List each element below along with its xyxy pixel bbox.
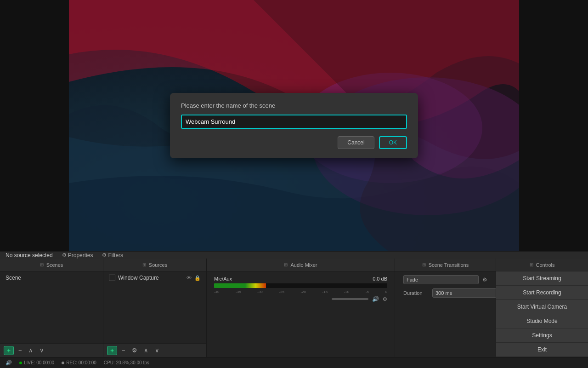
cancel-button[interactable]: Cancel bbox=[338, 136, 374, 149]
add-scene-button[interactable]: + bbox=[4, 346, 14, 355]
rec-label: REC: 00:00:00 bbox=[66, 360, 96, 365]
speaker-icon: 🔊 bbox=[6, 360, 12, 366]
audio-settings-icon[interactable]: ⚙ bbox=[383, 296, 387, 302]
sources-panel: ⊞ Sources Window Capture 👁 🔒 + − ⚙ ∧ bbox=[103, 259, 207, 357]
scenes-header: ⊞ Scenes bbox=[0, 259, 103, 271]
controls-header: ⊞ Controls bbox=[496, 259, 588, 271]
add-source-button[interactable]: + bbox=[107, 346, 117, 355]
cpu-status: CPU: 20.8%,30.00 fps bbox=[104, 360, 149, 365]
speaker-status: 🔊 bbox=[6, 360, 12, 366]
transition-select[interactable]: Fade bbox=[403, 275, 479, 284]
list-item[interactable]: Scene bbox=[4, 273, 99, 282]
bottom-panel: No source selected ⚙ Properties ⚙ Filter… bbox=[0, 251, 588, 357]
modal-overlay: Please enter the name of the scene Cance… bbox=[69, 0, 519, 251]
start-recording-button[interactable]: Start Recording bbox=[496, 286, 588, 300]
mute-icon[interactable]: 🔊 bbox=[372, 296, 379, 302]
eye-icon[interactable]: 👁 bbox=[187, 275, 192, 281]
preview-canvas: Please enter the name of the scene Cance… bbox=[69, 0, 519, 251]
dialog-title: Please enter the name of the scene bbox=[181, 102, 407, 109]
live-dot bbox=[19, 362, 22, 364]
gear-icon: ⚙ bbox=[62, 252, 67, 258]
lock-icon[interactable]: 🔒 bbox=[194, 275, 201, 281]
remove-source-button[interactable]: − bbox=[120, 346, 127, 355]
sources-list: Window Capture 👁 🔒 bbox=[103, 271, 206, 343]
exit-button[interactable]: Exit bbox=[496, 343, 588, 357]
scene-name-input[interactable] bbox=[181, 115, 407, 129]
audio-controls: 🔊 ⚙ bbox=[214, 296, 387, 302]
live-status: LIVE: 00:00:00 bbox=[19, 360, 54, 365]
move-source-down-button[interactable]: ∨ bbox=[153, 346, 161, 355]
move-scene-down-button[interactable]: ∨ bbox=[38, 346, 46, 355]
status-bar: 🔊 LIVE: 00:00:00 REC: 00:00:00 CPU: 20.8… bbox=[0, 357, 588, 368]
filters-label: ⚙ Filters bbox=[102, 252, 123, 259]
duration-input[interactable] bbox=[432, 288, 496, 298]
audio-meter bbox=[214, 283, 387, 288]
sources-footer: + − ⚙ ∧ ∨ bbox=[103, 343, 206, 357]
transitions-expand-icon: ⊞ bbox=[422, 262, 426, 267]
source-settings-button[interactable]: ⚙ bbox=[130, 346, 139, 355]
no-source-label: No source selected bbox=[6, 252, 53, 259]
sources-expand-icon: ⊞ bbox=[142, 262, 146, 267]
controls-list: Start Streaming Start Recording Start Vi… bbox=[496, 271, 588, 357]
transitions-content: Fade ⚙ Duration ▲ ▼ bbox=[395, 271, 496, 357]
audio-db-value: 0.0 dB bbox=[373, 276, 387, 282]
audio-mixer-header: ⊞ Audio Mixer bbox=[207, 259, 395, 271]
duration-row: Duration ▲ ▼ bbox=[399, 286, 492, 299]
audio-mixer-panel: ⊞ Audio Mixer Mic/Aux 0.0 dB -40 -35 -30 bbox=[207, 259, 395, 357]
remove-scene-button[interactable]: − bbox=[17, 346, 24, 355]
properties-label: ⚙ Properties bbox=[62, 252, 93, 259]
scenes-footer: + − ∧ ∨ bbox=[0, 343, 103, 357]
audio-track-header: Mic/Aux 0.0 dB bbox=[214, 276, 387, 282]
settings-button[interactable]: Settings bbox=[496, 328, 588, 343]
move-scene-up-button[interactable]: ∧ bbox=[27, 346, 35, 355]
dialog-buttons: Cancel OK bbox=[181, 136, 407, 149]
scenes-panel: ⊞ Scenes Scene + − ∧ ∨ bbox=[0, 259, 103, 357]
sources-header: ⊞ Sources bbox=[103, 259, 206, 271]
scene-name-dialog: Please enter the name of the scene Cance… bbox=[170, 93, 418, 158]
scene-transitions-header: ⊞ Scene Transitions bbox=[395, 259, 496, 271]
audio-expand-icon: ⊞ bbox=[284, 262, 288, 267]
studio-mode-button[interactable]: Studio Mode bbox=[496, 314, 588, 328]
audio-meter-labels: -40 -35 -30 -25 -20 -15 -10 -5 0 bbox=[214, 290, 387, 294]
scenes-list: Scene bbox=[0, 271, 103, 343]
audio-meter-bar bbox=[214, 283, 266, 288]
panel-columns: ⊞ Scenes Scene + − ∧ ∨ ⊞ Sources bbox=[0, 259, 588, 357]
filter-icon: ⚙ bbox=[102, 252, 107, 258]
move-source-up-button[interactable]: ∧ bbox=[142, 346, 150, 355]
live-label: LIVE: 00:00:00 bbox=[24, 360, 54, 365]
controls-panel: ⊞ Controls Start Streaming Start Recordi… bbox=[496, 259, 588, 357]
ok-button[interactable]: OK bbox=[379, 136, 407, 149]
scene-transitions-panel: ⊞ Scene Transitions Fade ⚙ Duration ▲ ▼ bbox=[395, 259, 496, 357]
audio-tracks: Mic/Aux 0.0 dB -40 -35 -30 -25 -20 -15 -… bbox=[207, 271, 395, 357]
source-actions: 👁 🔒 bbox=[187, 275, 201, 281]
transition-row: Fade ⚙ bbox=[399, 273, 492, 286]
audio-track-micaux: Mic/Aux 0.0 dB -40 -35 -30 -25 -20 -15 -… bbox=[210, 273, 391, 305]
audio-track-name: Mic/Aux bbox=[214, 276, 232, 282]
panel-topbar: No source selected ⚙ Properties ⚙ Filter… bbox=[0, 251, 588, 259]
rec-status: REC: 00:00:00 bbox=[62, 360, 96, 365]
scenes-expand-icon: ⊞ bbox=[40, 262, 44, 267]
preview-area: Please enter the name of the scene Cance… bbox=[0, 0, 588, 251]
start-streaming-button[interactable]: Start Streaming bbox=[496, 271, 588, 286]
list-item[interactable]: Window Capture 👁 🔒 bbox=[107, 273, 203, 282]
duration-label: Duration bbox=[403, 290, 429, 296]
cpu-label: CPU: 20.8%,30.00 fps bbox=[104, 360, 149, 365]
volume-slider[interactable] bbox=[332, 298, 368, 300]
rec-dot bbox=[62, 362, 64, 364]
start-virtual-camera-button[interactable]: Start Virtual Camera bbox=[496, 300, 588, 314]
controls-expand-icon: ⊞ bbox=[530, 262, 533, 267]
source-thumbnail bbox=[109, 275, 115, 281]
transition-settings-icon[interactable]: ⚙ bbox=[482, 276, 487, 283]
